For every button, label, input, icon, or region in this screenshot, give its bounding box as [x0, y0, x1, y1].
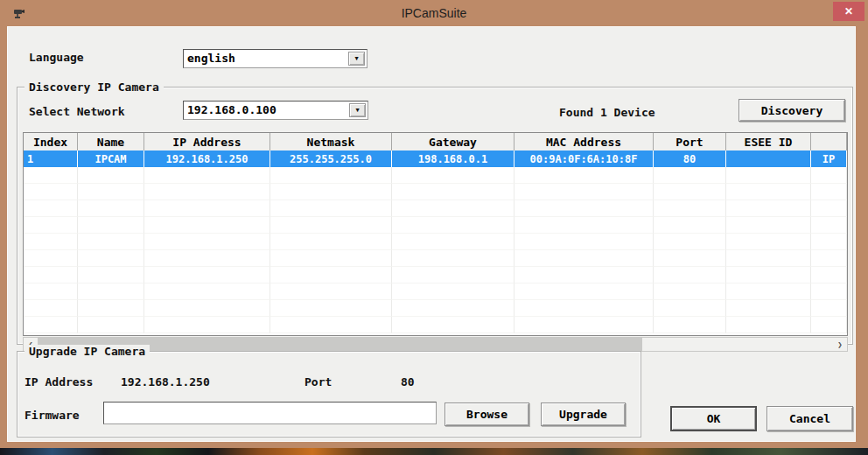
empty-table-cell: [270, 167, 392, 184]
empty-table-cell: [726, 317, 811, 333]
table-cell: 198.168.0.1: [392, 150, 514, 167]
table-cell: IP: [811, 150, 847, 167]
table-cell: [726, 150, 811, 167]
empty-table-row: [24, 317, 847, 333]
empty-table-row: [24, 217, 847, 234]
empty-table-cell: [78, 184, 144, 200]
chevron-down-icon[interactable]: ▼: [349, 103, 366, 117]
found-device-text: Found 1 Device: [559, 106, 655, 119]
empty-table-cell: [78, 317, 144, 333]
empty-table-cell: [270, 317, 392, 333]
empty-table-cell: [726, 267, 811, 284]
empty-table-cell: [811, 217, 847, 234]
empty-table-cell: [24, 167, 78, 184]
table-cell: 1: [24, 150, 78, 167]
empty-table-cell: [726, 200, 811, 217]
browse-button[interactable]: Browse: [444, 402, 529, 426]
table-header-cell[interactable]: Netmask: [270, 133, 392, 150]
empty-table-cell: [654, 200, 726, 217]
upgrade-port-value: 80: [401, 375, 415, 388]
close-button[interactable]: ✕: [833, 2, 864, 21]
table-header-cell[interactable]: ESEE ID: [726, 133, 811, 150]
empty-table-cell: [514, 167, 654, 184]
empty-table-row: [24, 184, 847, 200]
empty-table-cell: [144, 234, 270, 250]
empty-table-cell: [270, 267, 392, 284]
empty-table-cell: [24, 234, 78, 250]
empty-table-cell: [811, 167, 847, 184]
empty-table-cell: [24, 300, 78, 317]
empty-table-cell: [726, 184, 811, 200]
empty-table-cell: [392, 317, 514, 333]
discovery-group-label: Discovery IP Camera: [24, 80, 164, 94]
empty-table-cell: [24, 217, 78, 234]
empty-table-cell: [811, 317, 847, 333]
empty-table-cell: [78, 167, 144, 184]
table-header-cell[interactable]: Name: [78, 133, 144, 150]
empty-table-cell: [392, 184, 514, 200]
scroll-right-icon[interactable]: ❯: [833, 338, 847, 351]
empty-table-cell: [514, 284, 654, 300]
titlebar[interactable]: IPCamSuite ✕: [0, 0, 868, 26]
empty-table-cell: [654, 250, 726, 267]
empty-table-cell: [144, 284, 270, 300]
empty-table-cell: [514, 267, 654, 284]
empty-table-cell: [270, 250, 392, 267]
empty-table-cell: [78, 300, 144, 317]
empty-table-cell: [514, 300, 654, 317]
upgrade-group-label: Upgrade IP Camera: [24, 345, 150, 358]
network-value: 192.168.0.100: [187, 103, 276, 116]
empty-table-cell: [144, 250, 270, 267]
empty-table-cell: [270, 184, 392, 200]
table-header-cell[interactable]: IP Address: [144, 133, 270, 150]
empty-table-cell: [24, 184, 78, 200]
upgrade-button[interactable]: Upgrade: [541, 402, 626, 426]
empty-table-cell: [811, 200, 847, 217]
empty-table-cell: [514, 317, 654, 333]
empty-table-cell: [811, 184, 847, 200]
empty-table-cell: [392, 250, 514, 267]
table-header-cell[interactable]: Gateway: [392, 133, 514, 150]
empty-table-row: [24, 250, 847, 267]
table-row[interactable]: 1IPCAM192.168.1.250255.255.255.0198.168.…: [24, 150, 847, 167]
firmware-input[interactable]: [103, 402, 437, 424]
table-header-cell[interactable]: Index: [24, 133, 78, 150]
table-header-row: IndexNameIP AddressNetmaskGatewayMAC Add…: [24, 133, 847, 150]
empty-table-cell: [24, 200, 78, 217]
empty-table-cell: [514, 184, 654, 200]
scrollbar-track[interactable]: [38, 338, 833, 351]
empty-table-cell: [654, 217, 726, 234]
table-header-cell[interactable]: [811, 133, 847, 150]
table-cell: 255.255.255.0: [270, 150, 392, 167]
empty-table-cell: [144, 184, 270, 200]
table-cell: 00:9A:0F:6A:10:8F: [514, 150, 654, 167]
chevron-down-icon[interactable]: ▼: [348, 52, 365, 66]
discovery-button[interactable]: Discovery: [738, 99, 845, 122]
empty-table-cell: [270, 217, 392, 234]
desktop-background: [0, 447, 868, 455]
table-cell: 80: [654, 150, 726, 167]
firmware-label: Firmware: [24, 409, 80, 422]
table-header-cell[interactable]: Port: [654, 133, 726, 150]
empty-table-row: [24, 300, 847, 317]
empty-table-cell: [392, 234, 514, 250]
ok-button[interactable]: OK: [670, 406, 757, 431]
empty-table-cell: [811, 234, 847, 250]
upgrade-ip-value: 192.168.1.250: [121, 375, 210, 388]
empty-table-cell: [392, 200, 514, 217]
device-table: IndexNameIP AddressNetmaskGatewayMAC Add…: [23, 132, 848, 336]
network-select[interactable]: 192.168.0.100 ▼: [183, 101, 368, 120]
cancel-button[interactable]: Cancel: [766, 406, 853, 431]
empty-table-cell: [78, 284, 144, 300]
empty-table-cell: [144, 300, 270, 317]
empty-table-row: [24, 200, 847, 217]
table-header-cell[interactable]: MAC Address: [514, 133, 654, 150]
empty-table-cell: [270, 284, 392, 300]
language-select[interactable]: english ▼: [183, 49, 368, 68]
empty-table-cell: [392, 217, 514, 234]
empty-table-cell: [726, 250, 811, 267]
empty-table-cell: [811, 250, 847, 267]
empty-table-cell: [24, 267, 78, 284]
empty-table-cell: [514, 250, 654, 267]
empty-table-cell: [654, 167, 726, 184]
